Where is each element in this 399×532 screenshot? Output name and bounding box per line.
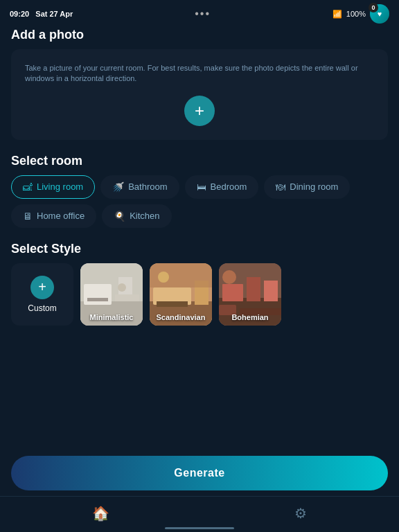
style-card-minimalistic[interactable]: Minimalistic [80,263,143,326]
room-label: Dining room [290,181,338,192]
badge-count: 0 [369,3,378,12]
shower-icon: 🚿 [112,181,124,193]
svg-rect-2 [84,284,112,305]
style-grid: + Custom Minimalistic [11,263,388,326]
home-icon: 🏠 [92,505,109,522]
generate-label: Generate [174,467,224,479]
user-badge[interactable]: 0 ♥ [370,4,389,24]
status-time: 09:20 [10,10,29,18]
plus-icon: + [38,279,46,295]
status-time-date: 09:20 Sat 27 Apr [10,10,73,18]
custom-plus-button[interactable]: + [30,276,54,299]
minimalistic-label: Minimalistic [80,313,143,321]
sofa-icon: 🛋 [23,181,33,193]
style-card-bohemian[interactable]: Bohemian [219,263,281,326]
photo-upload-hint: Take a picture of your current room. For… [25,63,374,85]
home-indicator [165,527,234,529]
status-dots: ••• [195,8,211,20]
svg-rect-18 [264,281,278,301]
office-icon: 🖥 [23,211,33,222]
room-grid: 🛋 Living room 🚿 Bathroom 🛏 Bedroom 🍽 Din… [11,175,388,228]
style-custom-card[interactable]: + Custom [11,263,73,326]
photo-upload-box: Take a picture of your current room. For… [11,49,388,140]
svg-point-13 [158,272,169,283]
status-right: 📶 100% 0 ♥ [332,4,389,24]
generate-button[interactable]: Generate [11,456,388,490]
room-label: Bathroom [128,181,167,192]
nav-item-settings[interactable]: ⚙ [281,501,321,526]
generate-btn-wrapper: Generate [11,456,388,490]
svg-point-19 [222,270,236,284]
bed-icon: 🛏 [197,181,206,193]
room-label: Bedroom [211,181,247,192]
room-label: Home office [37,211,85,221]
status-bar: 09:20 Sat 27 Apr ••• 📶 100% 0 ♥ [0,0,399,28]
room-chip-living-room[interactable]: 🛋 Living room [11,175,95,199]
room-chip-bathroom[interactable]: 🚿 Bathroom [100,175,179,199]
heart-icon: ♥ [378,10,382,18]
add-photo-button[interactable]: + [184,96,215,126]
room-chip-bedroom[interactable]: 🛏 Bedroom [185,175,259,199]
settings-icon: ⚙ [294,505,307,522]
room-chip-kitchen[interactable]: 🍳 Kitchen [102,204,171,228]
room-chip-home-office[interactable]: 🖥 Home office [11,204,96,228]
svg-rect-16 [222,284,243,301]
nav-item-home[interactable]: 🏠 [78,501,123,526]
svg-rect-17 [247,277,260,301]
main-content: Add a photo Take a picture of your curre… [0,28,399,326]
style-card-scandinavian[interactable]: Scandinavian [150,263,212,326]
dining-icon: 🍽 [276,181,285,193]
kitchen-icon: 🍳 [114,211,125,222]
room-label: Kitchen [130,211,159,221]
battery-icon: 100% [346,10,366,18]
svg-rect-10 [157,301,188,307]
svg-rect-4 [115,294,139,301]
add-photo-title: Add a photo [11,28,388,42]
scandinavian-label: Scandinavian [150,313,212,321]
svg-rect-3 [87,298,108,301]
status-date: Sat 27 Apr [35,10,73,18]
bohemian-label: Bohemian [219,313,281,321]
room-label: Living room [37,181,83,192]
custom-label: Custom [28,303,56,313]
select-style-title: Select Style [11,242,388,256]
select-room-title: Select room [11,154,388,168]
room-chip-dining-room[interactable]: 🍽 Dining room [264,175,350,199]
wifi-icon: 📶 [332,10,342,19]
plus-icon: + [195,101,204,121]
svg-point-6 [118,283,126,292]
